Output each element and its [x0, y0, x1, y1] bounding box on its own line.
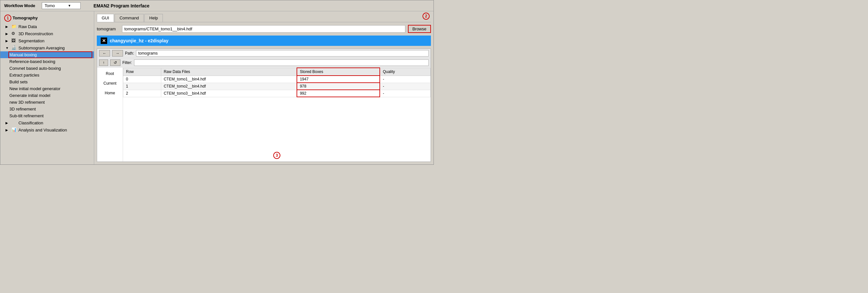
row-number: 2	[123, 90, 161, 97]
sidebar-item-build-sets[interactable]: Build sets	[0, 78, 94, 85]
sidebar-item-classification[interactable]: ▶ Classification	[0, 119, 94, 126]
right-panel: GUI Command Help 2 tomogram Browse ✕ cha…	[94, 11, 434, 164]
expand-arrow-icon: ▶	[5, 25, 9, 29]
molecule-icon: 🔬	[11, 45, 17, 50]
nav-home[interactable]: Home	[98, 89, 121, 97]
table-row: 2 CTEM_tomo3__bin4.hdf 992 -	[123, 90, 431, 97]
tomography-section-header: 1 Tomography	[0, 13, 94, 23]
eman2-program-title: EMAN2 Program Interface	[94, 3, 150, 8]
annotation-1: 1	[4, 14, 11, 22]
sidebar-item-3d-reconstruction[interactable]: ▶ ⚙ 3D Reconstruction	[0, 30, 94, 37]
file-name: CTEM_tomo1__bin4.hdf	[161, 76, 297, 83]
browse-button[interactable]: Browse	[408, 25, 431, 33]
e2display-header: ✕ changyunjie_hz - e2display	[97, 36, 431, 46]
stored-boxes: 1947	[297, 76, 380, 83]
e2display-title: changyunjie_hz - e2display	[110, 38, 168, 43]
filter-input[interactable]	[134, 60, 429, 66]
col-row: Row	[123, 68, 161, 76]
classification-icon	[11, 120, 17, 125]
col-raw-data-files: Raw Data Files	[161, 68, 297, 76]
col-quality: Quality	[380, 68, 430, 76]
table-row: 0 CTEM_tomo1__bin4.hdf 1947 -	[123, 76, 431, 83]
sidebar-item-analysis-visualization[interactable]: ▶ 📊 Analysis and Visualization	[0, 126, 94, 134]
tab-gui[interactable]: GUI	[97, 14, 114, 22]
quality: -	[380, 90, 430, 97]
image-icon: 🖼	[11, 38, 17, 43]
expand-arrow-icon: ▶	[5, 32, 9, 36]
forward-button[interactable]: →	[112, 50, 123, 57]
sidebar-item-new-initial-model-generator[interactable]: New initial model generator	[0, 85, 94, 92]
expand-arrow-icon: ▶	[5, 39, 9, 43]
nav-root[interactable]: Root	[98, 70, 121, 77]
tomogram-label: tomogram	[97, 27, 120, 31]
up-button[interactable]: ↑	[99, 60, 108, 66]
quality: -	[380, 76, 430, 83]
tab-help[interactable]: Help	[145, 14, 163, 22]
row-number: 1	[123, 83, 161, 90]
file-name: CTEM_tomo3__bin4.hdf	[161, 90, 297, 97]
workflow-mode-value: Tomo	[45, 3, 55, 8]
sidebar-item-extract-particles[interactable]: Extract particles	[0, 72, 94, 78]
col-stored-boxes: Stored Boxes	[297, 68, 380, 76]
annotation-3: 3	[273, 152, 280, 159]
file-data-table: Row Raw Data Files Stored Boxes Quality …	[123, 68, 431, 97]
gear-icon: ⚙	[11, 31, 17, 36]
filter-label: Filter:	[122, 61, 132, 65]
nav-current[interactable]: Current	[98, 80, 121, 87]
sidebar-item-raw-data[interactable]: ▶ 📁 Raw Data	[0, 23, 94, 30]
refresh-button[interactable]: ↺	[110, 60, 120, 66]
content-area: 1 Tomography ▶ 📁 Raw Data ▶ ⚙ 3D Reconst…	[0, 11, 434, 164]
workflow-mode-label: Workflow Mode	[4, 3, 35, 8]
browser-content: Root Current Home 3 Row Raw Data Files	[97, 68, 431, 161]
path-input[interactable]	[136, 50, 429, 57]
chevron-down-icon: ▼	[68, 4, 71, 7]
quality: -	[380, 83, 430, 90]
path-label: Path:	[125, 51, 134, 56]
sidebar-item-generate-initial-model[interactable]: Generate initial model	[0, 92, 94, 99]
tomogram-row: tomogram Browse	[97, 25, 431, 33]
browser-toolbar2: ↑ ↺ Filter:	[97, 58, 431, 68]
table-row: 1 CTEM_tomo2__bin4.hdf 978 -	[123, 83, 431, 90]
sidebar-item-reference-based-boxing[interactable]: Reference-based boxing	[0, 58, 94, 65]
browser-nav: Root Current Home	[97, 68, 123, 161]
tomogram-input[interactable]	[122, 25, 405, 33]
top-bar: Workflow Mode Tomo ▼ EMAN2 Program Inter…	[0, 0, 434, 11]
sidebar-item-segmentation[interactable]: ▶ 🖼 Segmentation	[0, 37, 94, 44]
main-container: Workflow Mode Tomo ▼ EMAN2 Program Inter…	[0, 0, 434, 165]
collapse-arrow-icon: ▼	[5, 46, 9, 50]
sidebar-item-new-3d-refinement[interactable]: new 3D refinement	[0, 99, 94, 106]
file-table: 3 Row Raw Data Files Stored Boxes Qualit…	[123, 68, 431, 161]
expand-arrow-icon: ▶	[5, 128, 9, 132]
folder-icon: 📁	[11, 24, 17, 29]
tab-command[interactable]: Command	[115, 14, 144, 22]
browser-toolbar: ← → Path:	[97, 49, 431, 58]
e2display-icon: ✕	[101, 37, 107, 44]
file-browser: ← → Path: ↑ ↺ Filter: Root Current	[97, 48, 431, 162]
tabs-bar: GUI Command Help 2	[97, 14, 431, 22]
sidebar-item-3d-refinement[interactable]: 3D refinement	[0, 106, 94, 112]
back-button[interactable]: ←	[99, 50, 110, 57]
stored-boxes: 992	[297, 90, 380, 97]
chart-icon: 📊	[11, 127, 17, 133]
row-number: 0	[123, 76, 161, 83]
sidebar-item-subtomogram-averaging[interactable]: ▼ 🔬 Subtomogram Averaging	[0, 44, 94, 51]
expand-arrow-icon: ▶	[5, 121, 9, 125]
sidebar-item-sub-tilt-refinement[interactable]: Sub-tilt refinement	[0, 112, 94, 119]
workflow-mode-select[interactable]: Tomo ▼	[42, 2, 81, 9]
left-panel: 1 Tomography ▶ 📁 Raw Data ▶ ⚙ 3D Reconst…	[0, 11, 94, 164]
annotation-2: 2	[423, 12, 430, 20]
stored-boxes: 978	[297, 83, 380, 90]
file-name: CTEM_tomo2__bin4.hdf	[161, 83, 297, 90]
sidebar-item-manual-boxing[interactable]: Manual boxing	[0, 51, 94, 58]
sidebar-item-convnet-based-auto-boxing[interactable]: Convnet based auto-boxing	[0, 65, 94, 72]
